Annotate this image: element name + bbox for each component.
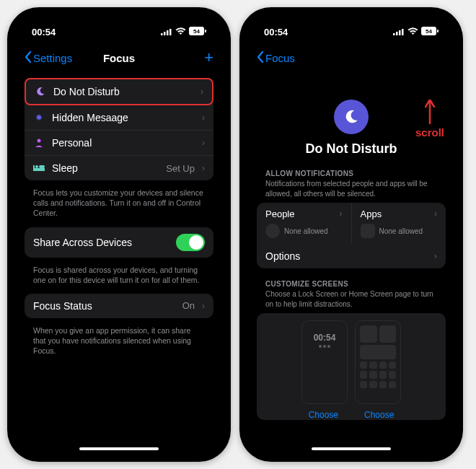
status-time: 00:54: [32, 27, 56, 38]
modes-footer: Focus lets you customize your devices an…: [25, 185, 213, 227]
none-allowed-label: None allowed: [284, 227, 328, 235]
status-footer: When you give an app permission, it can …: [25, 323, 213, 365]
paw-icon: ✸: [33, 112, 45, 123]
allow-apps[interactable]: Apps › None allowed: [352, 203, 446, 244]
back-button[interactable]: Focus: [257, 51, 319, 65]
mode-label: Hidden Mesaage: [52, 112, 195, 123]
row-label: Focus Status: [33, 300, 175, 312]
mode-personal[interactable]: Personal ›: [25, 131, 213, 156]
screens-group: 00:54: [257, 313, 446, 420]
bed-icon: [33, 162, 45, 174]
scroll-annotation: scroll: [415, 100, 444, 139]
dynamic-island: [315, 14, 387, 33]
chevron-right-icon: ›: [200, 87, 203, 97]
home-indicator[interactable]: [79, 447, 159, 450]
nav-bar: Settings Focus +: [14, 43, 224, 72]
allow-split: People › None allowed Apps ›: [257, 203, 446, 244]
svg-rect-9: [33, 165, 35, 171]
allow-group: People › None allowed Apps ›: [257, 203, 446, 268]
share-footer: Focus is shared across your devices, and…: [25, 262, 213, 294]
lock-widgets: [319, 345, 330, 348]
focus-status[interactable]: Focus Status On ›: [25, 294, 213, 318]
hero-moon-icon: [334, 100, 369, 134]
chevron-right-icon: ›: [202, 163, 205, 173]
svg-rect-8: [33, 168, 45, 171]
svg-rect-13: [396, 32, 398, 35]
annot-text: scroll: [415, 126, 444, 139]
home-widget-wide: [360, 345, 396, 359]
svg-point-7: [38, 139, 41, 143]
battery-icon: 54: [421, 27, 438, 38]
back-label: Settings: [33, 52, 72, 64]
page-title: Focus: [87, 52, 150, 64]
lock-time: 00:54: [314, 333, 336, 343]
svg-rect-2: [167, 30, 169, 35]
svg-rect-17: [437, 30, 438, 32]
allow-header: ALLOW NOTIFICATIONS: [257, 170, 446, 179]
chevron-left-icon: [257, 51, 264, 65]
allow-people[interactable]: People › None allowed: [257, 203, 352, 244]
moon-icon: [35, 86, 46, 97]
lock-screen-preview[interactable]: 00:54: [301, 320, 348, 404]
home-indicator[interactable]: [312, 447, 391, 450]
mode-do-not-disturb[interactable]: Do Not Disturb ›: [25, 78, 213, 105]
wifi-icon: [407, 27, 418, 38]
chevron-right-icon: ›: [202, 138, 205, 148]
phone-left: 00:54 54 Settings Focus +: [7, 7, 231, 462]
share-toggle[interactable]: [176, 234, 205, 251]
row-label: Options: [265, 250, 427, 262]
phone-right: 00:54 54 Focus: [239, 7, 463, 462]
svg-rect-14: [399, 30, 401, 35]
share-across-devices[interactable]: Share Across Devices: [25, 227, 213, 258]
svg-rect-5: [205, 30, 206, 32]
svg-rect-0: [161, 33, 163, 35]
status-group: Focus Status On ›: [25, 294, 213, 318]
svg-rect-3: [169, 29, 172, 35]
svg-rect-11: [39, 165, 45, 168]
svg-rect-1: [164, 32, 166, 35]
status-indicators: 54: [161, 27, 206, 38]
home-widgets: [360, 325, 396, 343]
home-screen-preview[interactable]: [355, 320, 401, 404]
signal-icon: [393, 27, 405, 38]
cell-label: People: [265, 209, 294, 219]
battery-icon: 54: [189, 27, 206, 38]
choose-lock-button[interactable]: Choose: [309, 410, 338, 420]
app-icon-placeholder: [361, 224, 375, 238]
allow-sub: Notifications from selected people and a…: [257, 179, 446, 203]
mode-hidden-message[interactable]: ✸ Hidden Mesaage ›: [25, 105, 213, 131]
mode-trail: Set Up: [166, 163, 195, 174]
back-button[interactable]: Settings: [25, 51, 87, 65]
cell-label: Apps: [361, 209, 382, 219]
chevron-right-icon: ›: [340, 209, 343, 219]
people-avatar-placeholder: [265, 224, 280, 238]
content-area[interactable]: Do Not Disturb › ✸ Hidden Mesaage › Pers…: [14, 72, 224, 455]
mode-label: Personal: [52, 137, 195, 149]
person-icon: [33, 137, 45, 149]
hero-title: Do Not Disturb: [257, 141, 446, 157]
chevron-right-icon: ›: [202, 113, 205, 123]
chevron-left-icon: [25, 51, 32, 65]
back-label: Focus: [265, 52, 295, 64]
content-area[interactable]: Do Not Disturb scroll ALLOW NOTIFICATION…: [247, 72, 456, 455]
allow-options[interactable]: Options ›: [257, 244, 446, 268]
screens-previews: 00:54: [257, 313, 446, 407]
screens-header: CUSTOMIZE SCREENS: [257, 280, 446, 289]
choose-home-button[interactable]: Choose: [364, 410, 394, 420]
svg-point-10: [35, 165, 38, 168]
svg-rect-15: [402, 29, 404, 35]
signal-icon: [161, 27, 172, 38]
choose-row: Choose Choose: [257, 407, 446, 420]
chevron-right-icon: ›: [434, 209, 437, 219]
svg-text:54: 54: [193, 28, 200, 35]
screen-left: 00:54 54 Settings Focus +: [14, 14, 224, 455]
add-button[interactable]: +: [151, 48, 213, 67]
screen-right: 00:54 54 Focus: [247, 14, 456, 455]
status-indicators: 54: [393, 27, 438, 38]
mode-sleep[interactable]: Sleep Set Up ›: [25, 156, 213, 180]
chevron-right-icon: ›: [434, 251, 437, 261]
dynamic-island: [83, 14, 155, 33]
wifi-icon: [175, 27, 186, 38]
svg-rect-12: [393, 33, 395, 35]
row-label: Share Across Devices: [33, 237, 169, 248]
